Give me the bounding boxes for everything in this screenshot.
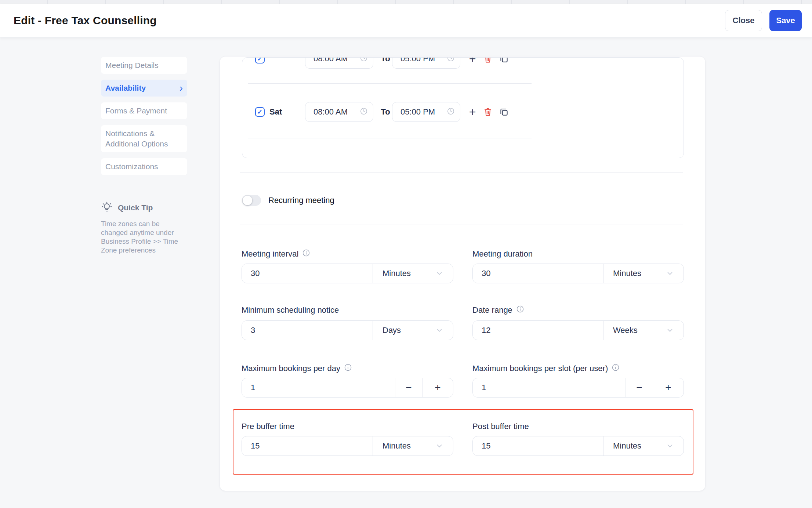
check-icon: ✓ <box>257 109 262 115</box>
copy-interval-icon[interactable] <box>499 107 510 117</box>
increment-button[interactable]: + <box>422 378 453 397</box>
add-interval-icon[interactable]: + <box>467 105 478 119</box>
sidebar-item-forms-payment[interactable]: Forms & Payment <box>101 102 187 119</box>
sat-end-time-input[interactable]: 05:00 PM <box>392 102 460 122</box>
modal-header: Edit - Free Tax Counselling Close Save <box>0 4 812 37</box>
section-divider <box>240 225 683 225</box>
meeting-interval-input[interactable] <box>242 264 373 283</box>
pre-buffer-label: Pre buffer time <box>242 421 294 432</box>
delete-interval-icon[interactable] <box>482 57 493 64</box>
meeting-interval-field: Minutes <box>242 264 453 283</box>
sidebar-item-meeting-details[interactable]: Meeting Details <box>101 57 187 74</box>
clock-icon <box>360 107 368 117</box>
clock-icon <box>360 57 368 64</box>
edit-meeting-modal: Edit - Free Tax Counselling Close Save M… <box>0 0 812 508</box>
toggle-knob <box>243 196 252 205</box>
sidebar-item-label: Availability <box>105 83 146 93</box>
backdrop-calendar-grid <box>0 0 812 4</box>
day-label: Sat <box>269 107 305 117</box>
day-row-sat: ✓ Sat 08:00 AM To 05:00 PM <box>242 92 536 132</box>
max-per-day-label: Maximum bookings per day <box>242 363 352 374</box>
row-divider <box>248 138 532 138</box>
end-time-input[interactable]: 05:00 PM <box>392 57 460 69</box>
page-title: Edit - Free Tax Counselling <box>14 14 157 27</box>
copy-interval-icon[interactable] <box>499 57 510 64</box>
date-range-input[interactable] <box>473 321 603 340</box>
max-per-slot-label: Maximum bookings per slot (per user) <box>472 363 620 374</box>
date-range-label: Date range <box>472 305 524 315</box>
to-label: To <box>379 57 392 64</box>
quick-tip-body: Time zones can be changed anytime under … <box>101 219 182 255</box>
post-buffer-unit-select[interactable]: Minutes <box>603 436 684 456</box>
sidebar-item-label: Notifications & Additional Options <box>105 128 183 149</box>
chevron-down-icon <box>666 442 674 450</box>
post-buffer-field: Minutes <box>472 436 684 456</box>
chevron-down-icon <box>435 442 443 450</box>
sidebar-item-notifications[interactable]: Notifications & Additional Options <box>101 125 187 152</box>
recurring-toggle[interactable] <box>242 195 261 206</box>
meeting-duration-unit-select[interactable]: Minutes <box>603 264 684 283</box>
max-per-slot-field: − + <box>472 378 684 398</box>
availability-settings-card: ✓ 08:00 AM To 05:00 PM <box>220 56 706 491</box>
info-icon[interactable] <box>302 249 310 259</box>
chevron-down-icon <box>435 326 443 334</box>
sidebar-item-label: Meeting Details <box>105 60 159 70</box>
min-notice-label: Minimum scheduling notice <box>242 305 339 315</box>
sidebar-item-customizations[interactable]: Customizations <box>101 158 187 175</box>
min-notice-input[interactable] <box>242 321 373 340</box>
delete-interval-icon[interactable] <box>482 107 493 117</box>
meeting-interval-label: Meeting interval <box>242 249 310 259</box>
chevron-down-icon <box>666 269 674 277</box>
quick-tip-header: Quick Tip <box>101 201 182 214</box>
close-button[interactable]: Close <box>725 10 762 31</box>
sidebar-item-label: Forms & Payment <box>105 106 167 116</box>
meeting-duration-input[interactable] <box>473 264 603 283</box>
row-divider <box>248 83 532 84</box>
chevron-down-icon <box>666 326 674 334</box>
add-interval-icon[interactable]: + <box>467 57 478 66</box>
chevron-down-icon <box>435 269 443 277</box>
post-buffer-label: Post buffer time <box>472 421 529 432</box>
recurring-toggle-label: Recurring meeting <box>268 196 334 205</box>
pre-buffer-field: Minutes <box>242 436 453 456</box>
day-row-partial: ✓ 08:00 AM To 05:00 PM <box>242 57 536 79</box>
quick-tip: Quick Tip Time zones can be changed anyt… <box>101 201 182 255</box>
info-icon[interactable] <box>612 363 620 374</box>
max-per-slot-input[interactable] <box>473 378 626 397</box>
increment-button[interactable]: + <box>653 378 684 397</box>
max-per-day-input[interactable] <box>242 378 395 397</box>
lightbulb-icon <box>101 201 113 214</box>
check-icon: ✓ <box>257 57 262 62</box>
meeting-duration-field: Minutes <box>472 264 684 283</box>
start-time-input[interactable]: 08:00 AM <box>305 57 373 69</box>
pre-buffer-unit-select[interactable]: Minutes <box>373 436 453 456</box>
date-range-field: Weeks <box>472 320 684 340</box>
min-notice-field: Days <box>242 320 453 340</box>
sidebar-nav: Meeting Details Availability › Forms & P… <box>101 57 187 181</box>
min-notice-unit-select[interactable]: Days <box>373 321 453 340</box>
to-label: To <box>379 107 392 117</box>
meeting-interval-unit-select[interactable]: Minutes <box>373 264 453 283</box>
recurring-meeting-row: Recurring meeting <box>242 189 334 211</box>
weekly-hours-box: ✓ 08:00 AM To 05:00 PM <box>242 57 684 158</box>
info-icon[interactable] <box>516 305 524 315</box>
save-button[interactable]: Save <box>769 10 802 31</box>
pre-buffer-input[interactable] <box>242 436 373 456</box>
clock-icon <box>447 57 455 64</box>
section-divider <box>240 172 683 173</box>
header-actions: Close Save <box>725 10 802 31</box>
max-per-day-field: − + <box>242 378 453 398</box>
clock-icon <box>447 107 455 117</box>
decrement-button[interactable]: − <box>395 378 422 397</box>
date-range-unit-select[interactable]: Weeks <box>603 321 684 340</box>
meeting-duration-label: Meeting duration <box>472 249 533 259</box>
sat-checkbox[interactable]: ✓ <box>255 107 265 117</box>
chevron-right-icon: › <box>180 84 183 92</box>
day-checkbox[interactable]: ✓ <box>255 57 265 64</box>
sat-start-time-input[interactable]: 08:00 AM <box>305 102 373 122</box>
sidebar-item-availability[interactable]: Availability › <box>101 80 187 97</box>
decrement-button[interactable]: − <box>626 378 653 397</box>
post-buffer-input[interactable] <box>473 436 603 456</box>
info-icon[interactable] <box>344 363 352 374</box>
sidebar-item-label: Customizations <box>105 162 158 172</box>
